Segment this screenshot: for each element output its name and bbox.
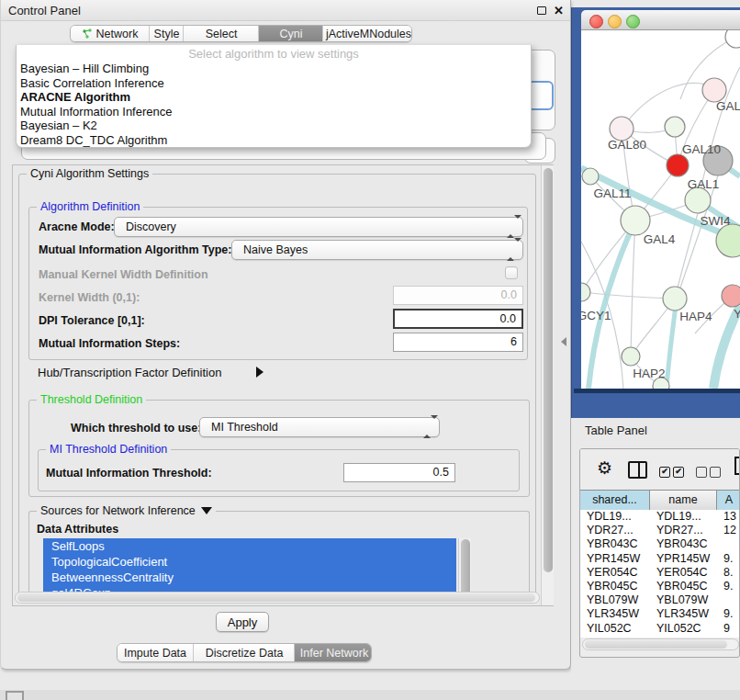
network-node-gal11[interactable] xyxy=(582,168,599,185)
table-cell: 9 xyxy=(717,622,739,636)
minimized-panel-icon[interactable] xyxy=(6,691,24,700)
network-node-y[interactable] xyxy=(722,285,740,307)
columns-icon[interactable] xyxy=(628,461,647,479)
algorithm-option[interactable]: Bayesian – K2 xyxy=(17,119,531,133)
attribute-list-item[interactable]: TopologicalCoefficient xyxy=(43,554,456,570)
tab-style[interactable]: Style xyxy=(149,26,184,41)
document-icon[interactable] xyxy=(734,457,740,479)
network-edge xyxy=(581,292,675,299)
algorithm-option[interactable]: ARACNE Algorithm xyxy=(17,90,531,105)
network-node-label: GAL xyxy=(716,99,740,113)
table-cell: YBR045C xyxy=(650,580,723,593)
tab-jactivemnodules[interactable]: jActiveMNodules xyxy=(322,26,412,41)
kernel-width-label: Kernel Width (0,1): xyxy=(39,291,140,304)
network-node-label: HAP4 xyxy=(679,310,712,323)
table-hscrollbar[interactable] xyxy=(582,638,739,650)
algorithm-definition-title: Algorithm Definition xyxy=(37,200,143,214)
table-cell: YDR27... xyxy=(580,524,656,537)
table-panel-title: Table Panel xyxy=(585,423,647,437)
table-cell: 9. xyxy=(717,607,739,621)
hub-expand-arrow-icon[interactable] xyxy=(256,367,263,378)
network-node-gal1[interactable] xyxy=(685,187,711,213)
sources-collapse-arrow-icon[interactable] xyxy=(201,507,212,514)
tab-cyni-toolbox[interactable]: Cyni Toolbox xyxy=(258,26,323,41)
network-edge xyxy=(631,220,635,356)
deselect-all-icon[interactable] xyxy=(696,463,723,480)
attribute-list-item[interactable]: BetweennessCentrality xyxy=(43,570,456,585)
which-threshold-combo[interactable]: MI Threshold xyxy=(199,417,440,437)
algorithm-option[interactable]: Mutual Information Inference xyxy=(17,105,531,119)
bottom-tab-impute-data[interactable]: Impute Data xyxy=(118,644,193,661)
select-all-icon[interactable]: ✔✔ xyxy=(659,463,687,480)
aracne-mode-combo[interactable]: Discovery xyxy=(114,217,523,237)
table-cell: YPR145W xyxy=(580,552,656,566)
close-icon[interactable]: ✕ xyxy=(554,0,564,21)
table-cell: YBL079W xyxy=(650,593,723,607)
combo-arrows-icon xyxy=(507,219,514,235)
mi-algorithm-type-combo[interactable]: Naive Bayes xyxy=(231,240,523,260)
bottom-tab-infer-network[interactable]: Infer Network xyxy=(294,644,372,661)
column-header-name[interactable]: name xyxy=(650,490,717,511)
network-node-label: GAL80 xyxy=(608,138,646,152)
network-node-gal4[interactable] xyxy=(621,206,650,235)
table-row[interactable]: YDL19...YDL19...13 xyxy=(580,510,739,524)
table-row[interactable]: YBR043CYBR043C xyxy=(580,537,739,551)
mac-zoom-icon[interactable] xyxy=(626,15,640,28)
network-node[interactable] xyxy=(725,30,740,48)
mi-threshold-field[interactable]: 0.5 xyxy=(343,463,455,482)
table-row[interactable]: YER054CYER054C8. xyxy=(580,566,739,580)
column-header-shared-name[interactable]: shared... xyxy=(580,490,650,511)
network-node-hap2[interactable] xyxy=(622,347,640,366)
table-row[interactable]: YIL052CYIL052C9 xyxy=(580,622,739,636)
table-row[interactable]: YDR27...YDR27...12 xyxy=(580,524,739,537)
table-toolbar: ⚙ ✔✔ xyxy=(580,449,739,490)
settings-vscrollbar[interactable] xyxy=(541,165,554,605)
bottom-tabbar: Impute DataDiscretize DataInfer Network xyxy=(117,643,372,662)
threshold-definition-title: Threshold Definition xyxy=(37,393,146,407)
algorithm-option[interactable]: Basic Correlation Inference xyxy=(17,76,531,91)
table-cell: 9. xyxy=(717,580,739,593)
table-panel-body: ⚙ ✔✔ shared... name A YDL19...YDL19...13… xyxy=(579,448,740,658)
manual-kernel-checkbox[interactable] xyxy=(505,266,518,279)
table-row[interactable]: YBR045CYBR045C9. xyxy=(580,580,739,593)
bottom-edge-strip xyxy=(0,690,740,700)
algorithm-option[interactable]: Dream8 DC_TDC Algorithm xyxy=(17,133,531,148)
network-glyph-icon xyxy=(82,28,93,40)
algorithm-option[interactable]: Bayesian – Hill Climbing xyxy=(17,62,531,76)
kernel-width-field[interactable]: 0.0 xyxy=(393,286,523,305)
algorithm-definition-group: Algorithm Definition Aracne Mode: Discov… xyxy=(28,207,528,360)
table-cell: YER054C xyxy=(650,566,723,580)
dropdown-hint: Select algorithm to view settings xyxy=(17,47,531,62)
which-threshold-value: MI Threshold xyxy=(211,418,278,436)
network-window-titlebar[interactable] xyxy=(581,10,740,30)
control-panel-titlebar[interactable]: Control Panel ✕ xyxy=(1,0,570,21)
table-cell: 8. xyxy=(717,566,739,580)
column-header-partial[interactable]: A xyxy=(717,490,740,511)
cyni-algorithm-settings-group: Cyni Algorithm Settings Algorithm Defini… xyxy=(18,174,536,596)
splitter-collapse-icon[interactable] xyxy=(561,337,566,346)
table-row[interactable]: YBL079WYBL079W xyxy=(580,593,739,607)
gear-icon[interactable]: ⚙ xyxy=(597,457,612,479)
apply-button[interactable]: Apply xyxy=(216,612,269,632)
network-node-gal10[interactable] xyxy=(665,117,685,137)
table-cell: 9. xyxy=(717,552,739,566)
mac-minimize-icon[interactable] xyxy=(608,15,622,28)
tab-network[interactable]: Network xyxy=(71,26,149,41)
dpi-tolerance-field[interactable]: 0.0 xyxy=(393,309,523,329)
network-node-hap4[interactable] xyxy=(663,287,687,310)
network-node-gcy1[interactable] xyxy=(581,283,590,301)
tab-label: Network xyxy=(96,26,139,42)
network-node-label: GAL1 xyxy=(688,177,720,191)
attribute-list-item[interactable]: SelfLoops xyxy=(43,538,456,554)
mac-close-icon[interactable] xyxy=(589,15,603,28)
bottom-tab-discretize-data[interactable]: Discretize Data xyxy=(193,644,295,661)
tab-select[interactable]: Select xyxy=(183,26,259,41)
network-canvas[interactable]: GALGAL80GAL10GAL11GAL1GAL4SWI4GCY1HAP4YH… xyxy=(581,30,740,389)
table-row[interactable]: YPR145WYPR145W9. xyxy=(580,552,739,566)
mi-steps-field[interactable]: 6 xyxy=(393,333,523,352)
table-row[interactable]: YLR345WYLR345W9. xyxy=(580,607,739,621)
float-window-icon[interactable] xyxy=(537,6,546,15)
settings-hscrollbar[interactable] xyxy=(15,592,540,604)
mi-steps-label: Mutual Information Steps: xyxy=(39,337,180,350)
network-node[interactable] xyxy=(667,154,689,176)
